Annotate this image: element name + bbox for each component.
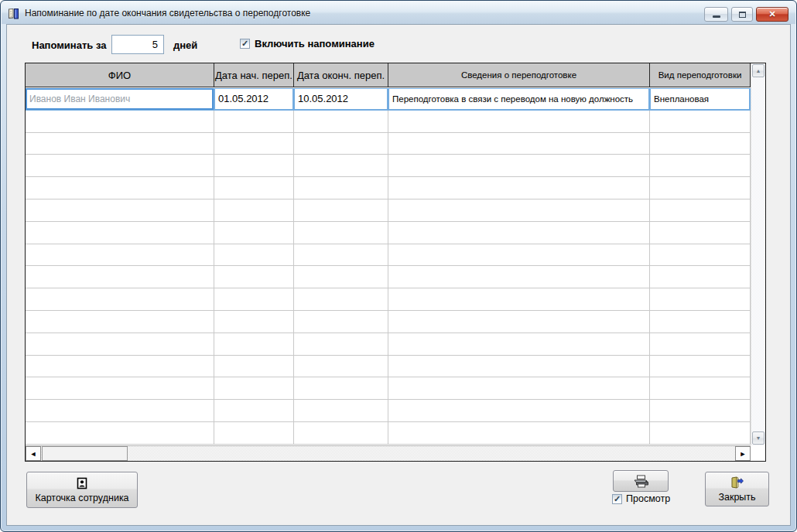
table-cell[interactable] xyxy=(650,333,751,356)
table-cell[interactable] xyxy=(650,266,751,288)
table-cell[interactable] xyxy=(650,200,751,222)
table-cell[interactable] xyxy=(214,111,294,133)
horizontal-scrollbar[interactable]: ◄ ► xyxy=(26,445,751,461)
table-cell[interactable] xyxy=(26,377,214,400)
table-cell[interactable] xyxy=(294,222,388,244)
days-input[interactable] xyxy=(111,35,164,54)
table-cell[interactable] xyxy=(214,200,294,222)
column-header[interactable]: Сведения о переподготовке xyxy=(388,63,650,87)
table-cell[interactable] xyxy=(26,111,214,133)
scroll-left-button[interactable]: ◄ xyxy=(26,446,41,461)
table-cell[interactable] xyxy=(388,266,650,288)
column-header[interactable]: Вид переподготовки xyxy=(650,63,751,87)
table-row[interactable] xyxy=(26,133,751,155)
table-cell[interactable] xyxy=(388,155,650,177)
print-button[interactable] xyxy=(613,470,669,492)
table-cell[interactable] xyxy=(650,400,751,422)
table-cell[interactable] xyxy=(294,377,388,400)
scroll-down-button[interactable]: ▼ xyxy=(752,431,765,445)
table-cell[interactable] xyxy=(650,177,751,200)
scroll-up-button[interactable]: ▲ xyxy=(752,64,765,77)
table-row[interactable] xyxy=(26,177,751,200)
table-cell[interactable] xyxy=(650,111,751,133)
table-cell[interactable] xyxy=(214,422,294,445)
table-cell[interactable] xyxy=(26,266,214,288)
table-cell[interactable] xyxy=(26,311,214,333)
table-cell[interactable] xyxy=(388,111,650,133)
table-row[interactable] xyxy=(26,200,751,222)
table-row[interactable]: Иванов Иван Иванович01.05.201210.05.2012… xyxy=(26,88,751,111)
table-cell[interactable] xyxy=(214,333,294,356)
table-cell[interactable] xyxy=(388,377,650,400)
table-cell[interactable] xyxy=(388,333,650,356)
employee-card-button[interactable]: Карточка сотрудника xyxy=(26,472,138,508)
table-cell[interactable] xyxy=(214,356,294,378)
table-cell[interactable] xyxy=(214,266,294,288)
table-cell[interactable]: 01.05.2012 xyxy=(214,88,294,111)
table-cell[interactable] xyxy=(214,133,294,155)
table-cell[interactable] xyxy=(26,155,214,177)
table-cell[interactable] xyxy=(294,288,388,311)
column-header[interactable]: Дата нач. переп. xyxy=(214,63,294,87)
column-header[interactable]: Дата оконч. переп. xyxy=(294,63,388,87)
table-row[interactable] xyxy=(26,356,751,378)
table-cell[interactable] xyxy=(388,200,650,222)
table-row[interactable] xyxy=(26,400,751,422)
table-cell[interactable] xyxy=(388,244,650,267)
table-cell[interactable] xyxy=(650,422,751,445)
table-cell[interactable] xyxy=(214,288,294,311)
titlebar[interactable]: Напоминание по дате окончания свидетельс… xyxy=(2,2,795,24)
table-cell[interactable] xyxy=(214,222,294,244)
table-cell[interactable] xyxy=(26,200,214,222)
table-cell[interactable]: 10.05.2012 xyxy=(294,88,388,111)
table-cell[interactable] xyxy=(214,400,294,422)
table-cell[interactable] xyxy=(388,356,650,378)
table-cell[interactable] xyxy=(26,356,214,378)
enable-reminder-checkbox[interactable]: ✓ xyxy=(240,39,250,49)
table-row[interactable] xyxy=(26,311,751,333)
table-cell[interactable] xyxy=(294,422,388,445)
table-cell[interactable] xyxy=(294,155,388,177)
maximize-button[interactable] xyxy=(731,7,753,22)
minimize-button[interactable] xyxy=(704,7,728,22)
table-cell[interactable] xyxy=(214,177,294,200)
table-cell[interactable] xyxy=(294,133,388,155)
table-row[interactable] xyxy=(26,266,751,288)
table-cell[interactable] xyxy=(214,155,294,177)
table-row[interactable] xyxy=(26,288,751,311)
table-cell[interactable] xyxy=(294,311,388,333)
table-cell[interactable] xyxy=(650,311,751,333)
vertical-scrollbar[interactable]: ▲ ▼ xyxy=(751,63,765,445)
table-cell[interactable] xyxy=(388,422,650,445)
table-cell[interactable] xyxy=(650,222,751,244)
table-cell[interactable] xyxy=(26,244,214,267)
table-cell[interactable] xyxy=(294,333,388,356)
table-row[interactable] xyxy=(26,111,751,133)
table-cell[interactable] xyxy=(388,222,650,244)
table-cell[interactable] xyxy=(26,177,214,200)
table-cell[interactable] xyxy=(26,133,214,155)
table-cell[interactable] xyxy=(26,422,214,445)
table-row[interactable] xyxy=(26,244,751,267)
table-cell[interactable]: Внеплановая xyxy=(650,88,751,111)
table-cell[interactable] xyxy=(650,288,751,311)
table-row[interactable] xyxy=(26,422,751,445)
table-cell[interactable] xyxy=(650,377,751,400)
horizontal-scroll-thumb[interactable] xyxy=(42,446,128,461)
table-cell[interactable] xyxy=(650,133,751,155)
table-cell[interactable] xyxy=(26,400,214,422)
table-cell[interactable] xyxy=(26,222,214,244)
table-cell[interactable] xyxy=(650,356,751,378)
close-button[interactable]: Закрыть xyxy=(705,472,769,506)
table-cell[interactable] xyxy=(214,244,294,267)
table-row[interactable] xyxy=(26,333,751,356)
table-cell[interactable] xyxy=(650,155,751,177)
table-cell[interactable]: Иванов Иван Иванович xyxy=(26,88,214,111)
table-row[interactable] xyxy=(26,222,751,244)
table-row[interactable] xyxy=(26,155,751,177)
close-window-button[interactable]: ✕ xyxy=(756,7,788,22)
table-cell[interactable] xyxy=(388,311,650,333)
table-cell[interactable] xyxy=(294,200,388,222)
table-row[interactable] xyxy=(26,377,751,400)
table-cell[interactable] xyxy=(294,177,388,200)
